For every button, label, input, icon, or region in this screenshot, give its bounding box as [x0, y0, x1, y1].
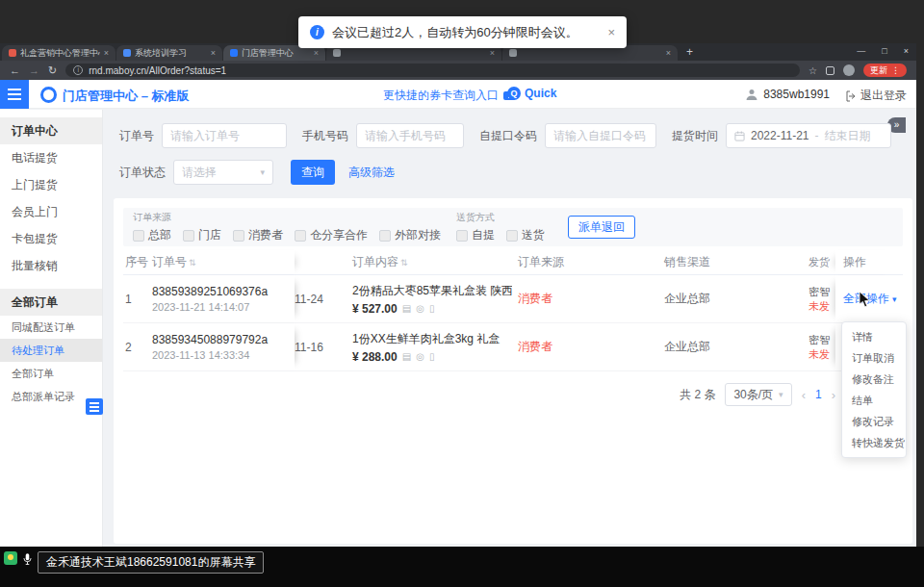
sidebar-item-door-pickup[interactable]: 上门提货: [0, 171, 102, 198]
search-button[interactable]: 查询: [291, 160, 335, 185]
checkbox-source-hq[interactable]: 总部: [133, 227, 171, 243]
cell-index: 2: [123, 341, 152, 354]
coupon-query-entry-link[interactable]: 更快捷的券卡查询入口: [383, 88, 515, 104]
next-page-button[interactable]: ›: [832, 388, 835, 402]
column-header-order-no: 订单号⇅: [152, 254, 295, 270]
page-size-value: 30条/页: [733, 387, 773, 403]
update-label: 更新: [870, 64, 887, 77]
meeting-app-icon: [4, 551, 17, 565]
order-no-input[interactable]: [162, 123, 287, 148]
screen-share-bar: 金禾通技术王斌18662591081的屏幕共享: [0, 547, 924, 587]
toast-message: 会议已超过2人，自动转为60分钟限时会议。: [332, 24, 600, 41]
checkbox-icon[interactable]: [133, 230, 144, 242]
menu-item-to-express[interactable]: 转快递发货: [842, 432, 906, 453]
tab-close-icon[interactable]: ×: [211, 48, 216, 58]
fixed-left-cells: 1 83859389251069376a 2023-11-21 14:14:07: [123, 275, 295, 322]
tab-close-icon[interactable]: ×: [666, 48, 671, 58]
address-bar[interactable]: i rnd.maboy.cn/AllOrder?status=1: [65, 64, 800, 77]
logout-icon: [845, 90, 857, 102]
browser-tab[interactable]: 系统培训学习 ×: [116, 45, 222, 61]
current-page[interactable]: 1: [815, 388, 822, 401]
sidebar-expand-button[interactable]: [86, 398, 103, 415]
tab-close-icon[interactable]: ×: [490, 48, 495, 58]
sidebar-item-city-delivery-orders[interactable]: 同城配送订单: [0, 316, 102, 339]
sidebar-item-phone-pickup[interactable]: 电话提货: [0, 144, 102, 171]
menu-item-edit-history[interactable]: 修改记录: [842, 411, 906, 432]
sidebar-item-all-orders[interactable]: 全部订单: [0, 362, 102, 385]
sidebar-item-batch-verify[interactable]: 批量核销: [0, 252, 102, 279]
tab-close-icon[interactable]: ×: [104, 48, 109, 58]
cell-channel: 企业总部: [664, 339, 808, 355]
site-info-icon[interactable]: i: [73, 65, 83, 75]
checkbox-icon[interactable]: [183, 230, 194, 242]
hamburger-menu-icon[interactable]: [0, 80, 29, 109]
checkbox-icon[interactable]: [456, 230, 468, 242]
logout-label: 退出登录: [860, 88, 907, 104]
page-area: 门店管理中心 – 标准版 更快捷的券卡查询入口 Q Quick 8385wb19…: [0, 80, 916, 547]
menu-item-detail[interactable]: 详情: [842, 326, 906, 347]
sidebar-group-all-orders[interactable]: 全部订单: [0, 289, 102, 316]
checkbox-source-external[interactable]: 外部对接: [379, 227, 441, 243]
date-range-picker[interactable]: 2022-11-21 - 结束日期: [726, 123, 891, 148]
order-content-title: 2份精品大枣85苹果礼盒装 陕西...: [352, 283, 512, 299]
checkbox-source-warehouse-share[interactable]: 仓分享合作: [295, 227, 368, 243]
sidebar-group-order-center[interactable]: 订单中心: [0, 117, 102, 144]
extensions-icon[interactable]: [826, 66, 834, 75]
cell-channel: 企业总部: [664, 291, 808, 307]
sidebar-item-member-visit[interactable]: 会员上门: [0, 198, 102, 225]
browser-tab[interactable]: 礼盒营销中心管理中心 ×: [2, 45, 116, 61]
quick-brand-link[interactable]: Q Quick: [507, 87, 556, 100]
date-end-placeholder[interactable]: 结束日期: [825, 128, 871, 144]
menu-item-cancel-order[interactable]: 订单取消: [842, 347, 906, 369]
prev-page-button[interactable]: ‹: [802, 388, 806, 402]
dispatch-return-button[interactable]: 派单退回: [568, 216, 635, 239]
window-close-button[interactable]: ×: [904, 46, 909, 56]
phone-input[interactable]: [356, 123, 464, 148]
forward-icon[interactable]: →: [29, 65, 39, 76]
tab-close-icon[interactable]: ×: [314, 48, 319, 58]
menu-item-edit-remark[interactable]: 修改备注: [842, 369, 906, 390]
chevron-down-icon: ▾: [892, 294, 897, 304]
screen-share-label: 金禾通技术王斌18662591081的屏幕共享: [38, 551, 264, 574]
checkbox-icon[interactable]: [295, 230, 306, 242]
chrome-update-badge[interactable]: 更新 ⋮: [863, 64, 907, 77]
advanced-filter-link[interactable]: 高级筛选: [348, 165, 395, 181]
browser-menu-icon[interactable]: ⋮: [891, 65, 900, 75]
checkbox-source-consumer[interactable]: 消费者: [233, 227, 283, 243]
reload-icon[interactable]: ↻: [48, 65, 57, 76]
sidebar-item-card-pickup[interactable]: 卡包提货: [0, 225, 102, 252]
pagination: 共 2 条 30条/页 ▾ ‹ 1 ›: [123, 383, 835, 406]
order-source-group: 订单来源 总部 门店 消费者 仓分享合作 外部对接: [133, 211, 441, 243]
checkbox-icon[interactable]: [506, 230, 518, 242]
checkbox-icon[interactable]: [379, 230, 391, 242]
service-icon: ◎: [416, 303, 424, 314]
sidebar-item-pending-orders[interactable]: 待处理订单: [0, 339, 102, 362]
page-size-select[interactable]: 30条/页 ▾: [725, 383, 791, 406]
checkbox-icon[interactable]: [233, 230, 244, 242]
back-icon[interactable]: ←: [10, 65, 20, 76]
tab-favicon: [123, 49, 131, 57]
order-status-select[interactable]: 请选择 ▾: [173, 160, 273, 185]
checkbox-delivery-deliver[interactable]: 送货: [506, 227, 545, 243]
order-time: 2023-11-21 14:14:07: [152, 301, 295, 313]
checkbox-delivery-selfpickup[interactable]: 自提: [456, 227, 495, 243]
user-account[interactable]: 8385wb1991: [745, 88, 830, 101]
date-separator: -: [815, 129, 819, 142]
phone-label: 手机号码: [302, 128, 348, 144]
browser-profile-avatar[interactable]: [843, 64, 855, 76]
logout-button[interactable]: 退出登录: [845, 88, 907, 104]
cell-source: 消费者: [518, 291, 664, 307]
sort-icon[interactable]: ⇅: [189, 258, 196, 268]
ship-line1: 密智: [808, 333, 835, 347]
checkbox-label: 自提: [472, 227, 495, 243]
menu-item-close-order[interactable]: 结单: [842, 390, 906, 411]
toast-close-icon[interactable]: ×: [607, 25, 615, 39]
window-minimize-button[interactable]: —: [857, 46, 865, 56]
sort-icon[interactable]: ⇅: [400, 258, 408, 268]
date-start-value[interactable]: 2022-11-21: [751, 129, 809, 142]
window-maximize-button[interactable]: □: [882, 46, 886, 56]
bookmark-star-icon[interactable]: ☆: [808, 65, 817, 76]
pickup-code-input[interactable]: [545, 123, 656, 148]
checkbox-source-store[interactable]: 门店: [183, 227, 221, 243]
new-tab-button[interactable]: +: [686, 45, 693, 59]
